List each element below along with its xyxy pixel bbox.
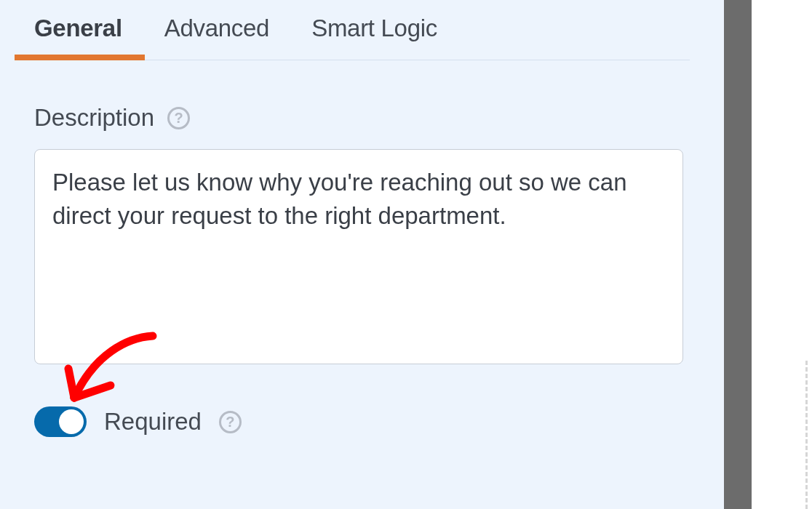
description-field-group: Description ? [34, 104, 690, 367]
help-icon[interactable]: ? [167, 107, 190, 129]
dotted-divider [805, 361, 808, 509]
description-label: Description [34, 104, 154, 132]
required-row: Required ? [34, 406, 690, 437]
description-label-row: Description ? [34, 104, 690, 132]
required-toggle[interactable] [34, 406, 87, 437]
tab-advanced[interactable]: Advanced [164, 15, 269, 60]
required-label: Required [104, 408, 202, 436]
toggle-knob [59, 409, 84, 434]
settings-tabs: General Advanced Smart Logic [34, 15, 690, 60]
panel-shadow-strip [724, 0, 752, 509]
page-gutter [752, 0, 812, 509]
settings-panel: General Advanced Smart Logic Description… [0, 0, 724, 509]
description-textarea[interactable] [34, 149, 683, 364]
tab-smart-logic[interactable]: Smart Logic [311, 15, 437, 60]
help-icon[interactable]: ? [219, 411, 242, 433]
tab-general[interactable]: General [34, 15, 122, 60]
